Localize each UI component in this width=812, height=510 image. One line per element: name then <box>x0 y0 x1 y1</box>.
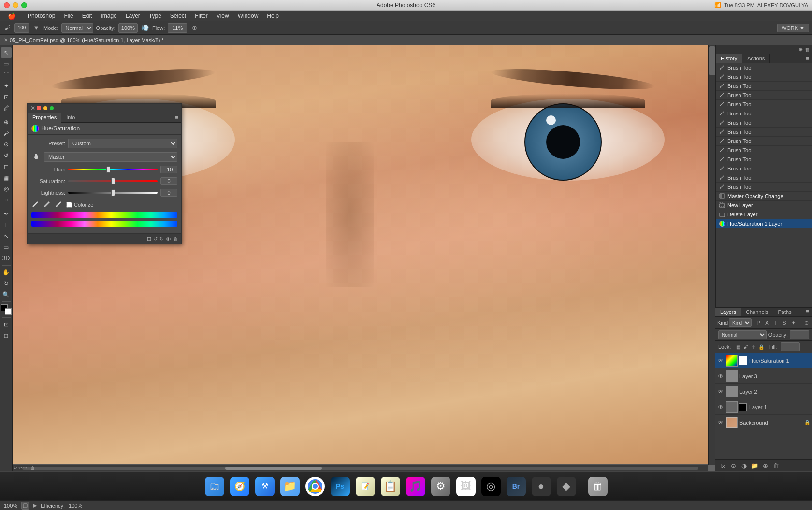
history-item[interactable]: Brush Tool <box>716 146 812 155</box>
dock-photoshop[interactable]: Ps <box>329 475 352 498</box>
dock-more1[interactable]: ● <box>530 475 553 498</box>
dock-safari[interactable]: 🧭 <box>228 475 251 498</box>
history-item[interactable]: Brush Tool <box>716 91 812 100</box>
history-item[interactable]: Brush Tool <box>716 183 812 192</box>
crop-tool[interactable]: ⊡ <box>1 92 12 102</box>
sample-minus-icon[interactable] <box>55 200 63 209</box>
prop-traffic-green[interactable] <box>50 106 54 110</box>
menu-image[interactable]: Image <box>97 12 120 20</box>
layer-item-huesat[interactable]: 👁 Hue/Saturation 1 <box>715 353 812 368</box>
menu-view[interactable]: View <box>213 12 233 20</box>
prop-traffic-yellow[interactable] <box>44 106 47 110</box>
tab-layers[interactable]: Layers <box>715 308 741 316</box>
history-panel-menu[interactable]: ≡ <box>802 55 812 62</box>
sample-tool-icon[interactable] <box>31 200 40 209</box>
clip-mask-icon[interactable]: ⊡ <box>147 236 151 242</box>
delete-adjustment-icon[interactable]: 🗑 <box>173 236 178 242</box>
layer-visibility-layer3[interactable]: 👁 <box>717 373 724 380</box>
screen-mode[interactable]: □ <box>1 330 12 341</box>
saturation-slider[interactable] <box>68 177 158 185</box>
flow-input[interactable] <box>168 23 187 33</box>
brush-size-display[interactable]: 100 <box>18 25 26 30</box>
fill-input[interactable]: 100% <box>781 342 800 351</box>
layer-item-layer2[interactable]: 👁 Layer 2 <box>715 384 812 399</box>
path-select-tool[interactable]: ↖ <box>1 231 12 241</box>
airbrush-icon[interactable]: 💨 <box>141 24 149 32</box>
filter-shape-icon[interactable]: S <box>781 319 788 326</box>
layer-list[interactable]: 👁 Hue/Saturation 1 👁 Layer 3 👁 <box>715 353 812 459</box>
eyedropper-tool[interactable]: 🖉 <box>1 103 12 113</box>
tab-history[interactable]: History <box>716 54 742 63</box>
light-thumb[interactable] <box>111 189 115 196</box>
vertical-scroll-thumb[interactable] <box>709 46 715 75</box>
sat-thumb[interactable] <box>111 178 115 184</box>
layer-item-layer1[interactable]: 👁 Layer 1 <box>715 399 812 415</box>
quick-select-tool[interactable]: ✦ <box>1 81 12 91</box>
visibility-icon[interactable]: 👁 <box>166 236 171 242</box>
history-item-huesat[interactable]: Hue/Saturation 1 Layer <box>716 219 812 228</box>
menu-select[interactable]: Select <box>166 12 190 20</box>
hscroll-thumb[interactable] <box>225 467 322 470</box>
menu-help[interactable]: Help <box>263 12 283 20</box>
layer-mask-button[interactable]: ⊙ <box>729 461 738 470</box>
trash-top-icon[interactable]: 🗑 <box>805 47 810 53</box>
close-button[interactable] <box>4 2 10 8</box>
history-item-opacity[interactable]: Master Opacity Change <box>716 192 812 201</box>
layer-item-layer3[interactable]: 👁 Layer 3 <box>715 368 812 384</box>
hue-thumb[interactable] <box>106 166 110 173</box>
history-item[interactable]: Brush Tool <box>716 63 812 72</box>
hue-value[interactable] <box>160 166 177 173</box>
menu-filter[interactable]: Filter <box>191 12 212 20</box>
eraser-tool[interactable]: ◻ <box>1 161 12 172</box>
colorize-checkbox[interactable] <box>66 202 72 208</box>
vertical-scrollbar[interactable] <box>708 45 715 465</box>
menu-window[interactable]: Window <box>234 12 262 20</box>
dodge-tool[interactable]: ○ <box>1 195 12 205</box>
background-color[interactable] <box>5 308 12 315</box>
quick-mask-mode[interactable]: ⊡ <box>1 319 12 330</box>
dock-system-prefs[interactable]: ⚙ <box>429 475 452 498</box>
history-item[interactable]: Brush Tool <box>716 164 812 173</box>
lock-move-icon[interactable]: ✛ <box>750 343 757 350</box>
filter-type-icon[interactable]: T <box>772 319 780 326</box>
history-item[interactable]: Brush Tool <box>716 82 812 91</box>
history-item[interactable]: Brush Tool <box>716 155 812 164</box>
tab-channels[interactable]: Channels <box>741 308 773 316</box>
layer-item-background[interactable]: 👁 Background 🔒 <box>715 415 812 430</box>
channel-select[interactable]: Master <box>44 152 177 162</box>
lock-all-icon[interactable]: 🔒 <box>758 343 765 350</box>
apple-menu[interactable]: 🍎 <box>4 11 20 21</box>
lock-transparent-icon[interactable]: ▦ <box>735 343 741 350</box>
trash-bottom-icon[interactable]: 🗑 <box>30 466 35 470</box>
filter-kind-select[interactable]: Kind <box>729 318 752 327</box>
properties-titlebar[interactable]: ✕ <box>28 104 181 113</box>
history-item[interactable]: Brush Tool <box>716 100 812 109</box>
history-item[interactable]: Brush Tool <box>716 118 812 128</box>
dock-itunes[interactable]: 🎵 <box>404 475 427 498</box>
opacity-jitter-icon[interactable]: ⊕ <box>190 24 199 32</box>
tab-actions[interactable]: Actions <box>742 54 770 63</box>
layer-visibility-layer1[interactable]: 👁 <box>717 404 724 411</box>
info-icon[interactable]: ℹ <box>28 466 29 470</box>
horizontal-scrollbar[interactable] <box>13 465 708 471</box>
redo-icon[interactable]: ↪ <box>23 466 27 470</box>
workspace-button[interactable]: WORK ▼ <box>777 24 809 32</box>
filter-toggle-icon[interactable]: ⊙ <box>802 319 810 326</box>
saturation-value[interactable] <box>160 177 177 185</box>
3d-tool[interactable]: 3D <box>1 253 12 264</box>
mode-select[interactable]: Normal <box>61 23 93 33</box>
dock-photos[interactable]: 🖼 <box>454 475 478 498</box>
smooth-icon[interactable]: ~ <box>202 24 210 32</box>
menu-edit[interactable]: Edit <box>78 12 96 20</box>
hand-tool[interactable]: ✋ <box>1 267 12 278</box>
prop-menu-icon[interactable]: ≡ <box>172 113 181 122</box>
lock-brush-icon[interactable]: 🖌 <box>742 343 749 350</box>
dock-bridge[interactable]: Br <box>505 475 528 498</box>
history-brush-tool[interactable]: ↺ <box>1 150 12 161</box>
opacity-input[interactable]: 100% <box>790 330 809 339</box>
filter-adjustment-icon[interactable]: A <box>763 319 771 326</box>
pen-tool[interactable]: ✒ <box>1 209 12 219</box>
dock-xcode[interactable]: ⚒ <box>253 475 276 498</box>
gradient-tool[interactable]: ▦ <box>1 172 12 183</box>
menu-type[interactable]: Type <box>145 12 165 20</box>
